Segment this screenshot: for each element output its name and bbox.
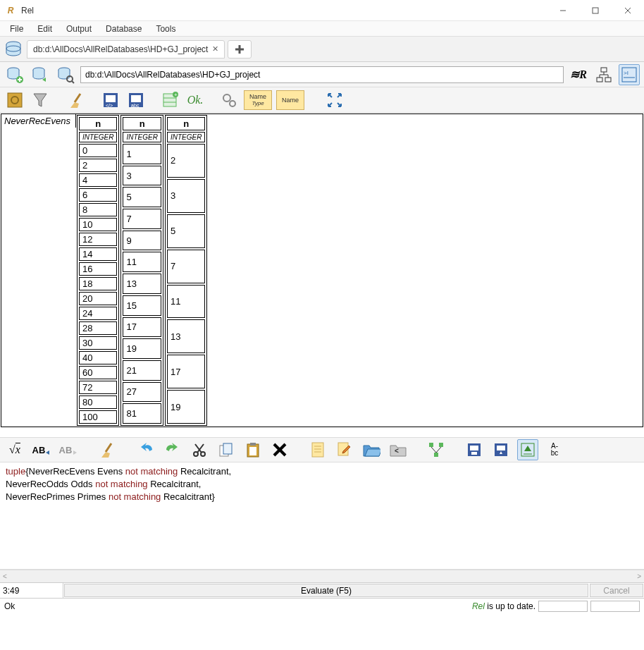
schema-icon[interactable] [593, 64, 614, 85]
output-toolbar: </> abc + Ok. NameType Name [0, 87, 644, 113]
funnel-icon[interactable] [30, 90, 51, 111]
console-icon[interactable]: >I [619, 64, 640, 85]
copy-icon[interactable] [216, 439, 237, 460]
db-add-icon[interactable] [4, 64, 25, 85]
menu-tools[interactable]: Tools [150, 23, 181, 35]
cell: 16 [79, 262, 117, 276]
cell: 19 [123, 338, 161, 359]
cell: 30 [79, 336, 117, 350]
ok-button[interactable]: Ok. [185, 90, 206, 111]
new-table-icon[interactable]: + [159, 90, 180, 111]
svg-point-41 [230, 101, 235, 106]
tab-close-icon[interactable]: ✕ [212, 44, 218, 54]
svg-rect-61 [439, 443, 443, 447]
tab-label: db:d:\AllDocs\AllRelDatabases\HD+GJ_proj… [33, 44, 208, 54]
cell: 7 [123, 209, 161, 229]
cell: 11 [123, 252, 161, 272]
paste-icon[interactable] [242, 439, 264, 460]
close-button[interactable] [612, 0, 644, 20]
svg-text:<: < [395, 447, 399, 455]
svg-rect-18 [605, 78, 611, 82]
window-title: Rel [21, 6, 34, 16]
tabbar: db:d:\AllDocs\AllRelDatabases\HD+GJ_proj… [0, 37, 644, 62]
cell: 2 [167, 144, 205, 178]
cell: 28 [79, 321, 117, 335]
app-icon: R [4, 4, 17, 17]
cell: 27 [123, 382, 161, 403]
cell: 72 [79, 381, 117, 394]
menu-output[interactable]: Output [61, 23, 97, 35]
svg-text:</>: </> [106, 103, 113, 108]
cell: 4 [79, 173, 117, 187]
query-editor[interactable]: tuple{NeverRecEvens Evens not matching R… [0, 462, 644, 570]
run-panel-icon[interactable] [517, 439, 538, 460]
cell: 5 [167, 214, 205, 248]
cut-icon[interactable] [189, 439, 210, 460]
name-type-button[interactable]: NameType [244, 90, 272, 110]
cell: 13 [123, 274, 161, 294]
save-text-icon[interactable]: abc [125, 90, 147, 111]
cell: 40 [79, 351, 117, 364]
rel-mode-icon[interactable]: ≋R [568, 64, 589, 85]
cell: 60 [79, 366, 117, 379]
menu-file[interactable]: File [4, 23, 29, 35]
svg-rect-16 [601, 68, 607, 72]
svg-line-28 [75, 94, 80, 102]
svg-line-64 [436, 447, 441, 453]
menubar: File Edit Output Database Tools [0, 21, 644, 37]
svg-line-42 [106, 443, 111, 452]
svg-rect-54 [312, 443, 323, 457]
relation-table: nINTEGER235711131719 [165, 115, 207, 426]
save-history-icon[interactable] [490, 439, 512, 460]
broom-icon[interactable] [66, 90, 87, 111]
cell: 11 [167, 285, 205, 319]
status-box-1 [538, 601, 588, 612]
evaluate-button[interactable]: Evaluate (F5) [64, 584, 588, 597]
menu-database[interactable]: Database [100, 23, 147, 35]
cell: 24 [79, 307, 117, 320]
status-bar: Ok Rel is up to date. [0, 598, 644, 613]
abc-icon[interactable]: A-bc [544, 439, 565, 460]
prev-icon[interactable]: AB [31, 439, 52, 460]
cell: 14 [79, 247, 117, 261]
tree-icon[interactable] [426, 439, 447, 460]
db-path-input[interactable]: db:d:\AllDocs\AllRelDatabases\HD+GJ_proj… [80, 66, 564, 83]
cell: 81 [123, 403, 161, 424]
cell: 21 [123, 360, 161, 381]
minimize-button[interactable] [547, 0, 579, 20]
svg-text:>I: >I [624, 70, 628, 76]
cell: 2 [79, 159, 117, 172]
edit-doc-icon[interactable] [334, 439, 355, 460]
save-icon[interactable] [464, 439, 485, 460]
menu-edit[interactable]: Edit [32, 23, 58, 35]
cell: 10 [79, 218, 117, 231]
output-area: NeverRecEvens nINTEGER024681012141618202… [0, 113, 644, 437]
maximize-button[interactable] [579, 0, 612, 20]
formula-icon[interactable]: √x [4, 439, 25, 460]
status-update: Rel is up to date. [472, 601, 535, 611]
redo-icon[interactable] [162, 439, 183, 460]
broom2-icon[interactable] [97, 439, 118, 460]
relation-table: nINTEGER02468101214161820242830406072801… [77, 115, 119, 426]
cancel-button[interactable]: Cancel [590, 584, 643, 597]
safe-icon[interactable] [4, 90, 25, 111]
svg-rect-51 [249, 447, 256, 455]
undo-icon[interactable] [135, 439, 156, 460]
db-search-icon[interactable] [55, 64, 76, 85]
gears-icon[interactable] [218, 90, 240, 111]
cell: 6 [79, 188, 117, 202]
result-row: NeverRecEvens nINTEGER024681012141618202… [1, 114, 643, 427]
delete-icon[interactable] [269, 439, 290, 460]
db-tab[interactable]: db:d:\AllDocs\AllRelDatabases\HD+GJ_proj… [27, 40, 225, 59]
add-tab-button[interactable] [228, 40, 252, 59]
save-html-icon[interactable]: </> [100, 90, 121, 111]
doc-icon[interactable] [307, 439, 328, 460]
next-icon[interactable]: AB [58, 439, 79, 460]
cursor-position: 3:49 [0, 583, 63, 598]
expand-icon[interactable] [324, 90, 345, 111]
import-folder-icon[interactable]: < [388, 439, 409, 460]
name-button[interactable]: Name [276, 90, 304, 110]
open-folder-icon[interactable] [361, 439, 382, 460]
db-open-icon[interactable] [30, 64, 51, 85]
editor-scrollbar[interactable]: <> [0, 570, 644, 582]
